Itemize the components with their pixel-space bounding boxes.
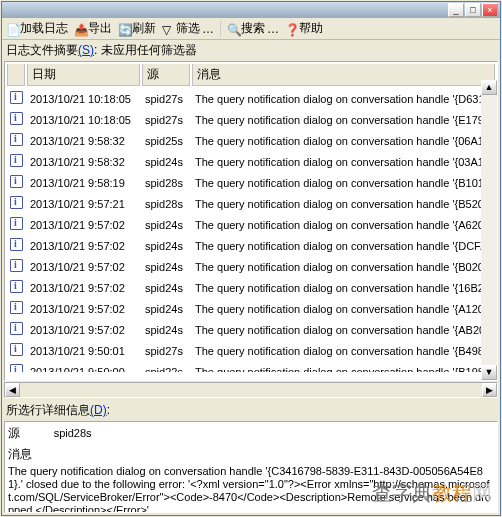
column-date[interactable]: 日期	[27, 64, 140, 86]
info-icon	[10, 217, 23, 230]
info-icon	[10, 322, 23, 335]
detail-hotkey[interactable]: (D)	[90, 403, 107, 417]
column-message[interactable]: 消息	[192, 64, 495, 86]
info-icon	[10, 175, 23, 188]
cell-message: The query notification dialog on convers…	[192, 216, 495, 233]
cell-source: spid24s	[142, 216, 190, 233]
cell-date: 2013/10/21 9:57:02	[27, 321, 140, 338]
info-icon	[10, 343, 23, 356]
refresh-button[interactable]: 🔄刷新	[118, 20, 156, 37]
table-row[interactable]: 2013/10/21 9:57:02spid24sThe query notif…	[5, 235, 497, 256]
cell-date: 2013/10/21 9:57:02	[27, 216, 140, 233]
maximize-button[interactable]: □	[465, 3, 481, 17]
close-button[interactable]: ×	[482, 3, 498, 17]
cell-date: 2013/10/21 10:18:05	[27, 111, 140, 128]
cell-date: 2013/10/21 9:58:19	[27, 174, 140, 191]
info-icon	[10, 133, 23, 146]
scroll-down-arrow[interactable]: ▼	[481, 365, 497, 380]
table-row[interactable]: 2013/10/21 9:57:02spid24sThe query notif…	[5, 256, 497, 277]
minimize-button[interactable]: _	[448, 3, 464, 17]
scroll-up-arrow[interactable]: ▲	[481, 80, 497, 95]
cell-source: spid24s	[142, 279, 190, 296]
cell-source: spid28s	[142, 195, 190, 212]
cell-message: The query notification dialog on convers…	[192, 300, 495, 317]
log-icon: 📄	[6, 23, 18, 35]
table-row[interactable]: 2013/10/21 9:58:32spid24sThe query notif…	[5, 151, 497, 172]
table-row[interactable]: 2013/10/21 10:18:05spid27sThe query noti…	[5, 88, 497, 109]
info-icon	[10, 91, 23, 104]
cell-date: 2013/10/21 9:57:02	[27, 300, 140, 317]
load-log-button[interactable]: 📄加载日志	[6, 20, 68, 37]
cell-date: 2013/10/21 9:58:32	[27, 132, 140, 149]
info-icon	[10, 301, 23, 314]
column-source[interactable]: 源	[142, 64, 190, 86]
vertical-scrollbar[interactable]: ▲ ▼	[481, 80, 497, 380]
cell-date: 2013/10/21 9:57:21	[27, 195, 140, 212]
toolbar: 📄加载日志 📤导出 🔄刷新 ▽筛选… 🔍搜索… ❓帮助	[2, 18, 500, 40]
table-row[interactable]: 2013/10/21 9:57:02spid24sThe query notif…	[5, 277, 497, 298]
detail-panel: 源 spid28s 消息 The query notification dial…	[4, 421, 498, 513]
summary-hotkey[interactable]: (S)	[78, 43, 94, 57]
info-icon	[10, 112, 23, 125]
cell-source: spid24s	[142, 300, 190, 317]
table-row[interactable]: 2013/10/21 9:50:00spid22sThe query notif…	[5, 361, 497, 372]
detail-message-label: 消息	[8, 446, 494, 463]
detail-label: 所选行详细信息(D):	[2, 398, 500, 421]
horizontal-scrollbar[interactable]: ◀ ▶	[4, 382, 498, 398]
log-grid[interactable]: 日期 源 消息 2013/10/21 10:18:05spid27sThe qu…	[5, 62, 497, 372]
detail-message-value: The query notification dialog on convers…	[8, 465, 494, 513]
cell-message: The query notification dialog on convers…	[192, 237, 495, 254]
filter-button[interactable]: ▽筛选…	[162, 20, 214, 37]
cell-date: 2013/10/21 9:57:02	[27, 258, 140, 275]
cell-date: 2013/10/21 9:58:32	[27, 153, 140, 170]
info-icon	[10, 196, 23, 209]
cell-message: The query notification dialog on convers…	[192, 258, 495, 275]
info-icon	[10, 259, 23, 272]
cell-message: The query notification dialog on convers…	[192, 279, 495, 296]
table-row[interactable]: 2013/10/21 9:57:02spid24sThe query notif…	[5, 298, 497, 319]
table-row[interactable]: 2013/10/21 9:57:02spid24sThe query notif…	[5, 319, 497, 340]
cell-message: The query notification dialog on convers…	[192, 363, 495, 372]
cell-date: 2013/10/21 9:57:02	[27, 279, 140, 296]
cell-message: The query notification dialog on convers…	[192, 153, 495, 170]
cell-date: 2013/10/21 9:50:01	[27, 342, 140, 359]
table-row[interactable]: 2013/10/21 9:50:01spid27sThe query notif…	[5, 340, 497, 361]
cell-message: The query notification dialog on convers…	[192, 174, 495, 191]
table-row[interactable]: 2013/10/21 9:57:21spid28sThe query notif…	[5, 193, 497, 214]
cell-source: spid27s	[142, 342, 190, 359]
cell-date: 2013/10/21 9:50:00	[27, 363, 140, 372]
scroll-track[interactable]	[481, 95, 497, 365]
help-button[interactable]: ❓帮助	[285, 20, 323, 37]
cell-message: The query notification dialog on convers…	[192, 342, 495, 359]
cell-date: 2013/10/21 9:57:02	[27, 237, 140, 254]
cell-source: spid28s	[142, 174, 190, 191]
cell-source: spid22s	[142, 363, 190, 372]
export-icon: 📤	[74, 23, 86, 35]
cell-source: spid27s	[142, 111, 190, 128]
titlebar: _ □ ×	[2, 2, 500, 18]
export-button[interactable]: 📤导出	[74, 20, 112, 37]
summary-bar: 日志文件摘要(S): 未应用任何筛选器	[2, 40, 500, 61]
scroll-left-arrow[interactable]: ◀	[5, 383, 20, 397]
search-button[interactable]: 🔍搜索…	[227, 20, 279, 37]
cell-source: spid24s	[142, 258, 190, 275]
info-icon	[10, 280, 23, 293]
search-icon: 🔍	[227, 23, 239, 35]
cell-message: The query notification dialog on convers…	[192, 111, 495, 128]
scroll-right-arrow[interactable]: ▶	[482, 383, 497, 397]
info-icon	[10, 154, 23, 167]
table-row[interactable]: 2013/10/21 9:57:02spid24sThe query notif…	[5, 214, 497, 235]
help-icon: ❓	[285, 23, 297, 35]
cell-message: The query notification dialog on convers…	[192, 321, 495, 338]
column-icon[interactable]	[7, 64, 25, 86]
table-row[interactable]: 2013/10/21 9:58:32spid25sThe query notif…	[5, 130, 497, 151]
detail-source-value: spid28s	[54, 427, 92, 439]
cell-message: The query notification dialog on convers…	[192, 132, 495, 149]
table-row[interactable]: 2013/10/21 9:58:19spid28sThe query notif…	[5, 172, 497, 193]
cell-source: spid24s	[142, 321, 190, 338]
cell-source: spid27s	[142, 90, 190, 107]
cell-source: spid24s	[142, 237, 190, 254]
table-row[interactable]: 2013/10/21 10:18:05spid27sThe query noti…	[5, 109, 497, 130]
cell-message: The query notification dialog on convers…	[192, 195, 495, 212]
cell-source: spid24s	[142, 153, 190, 170]
